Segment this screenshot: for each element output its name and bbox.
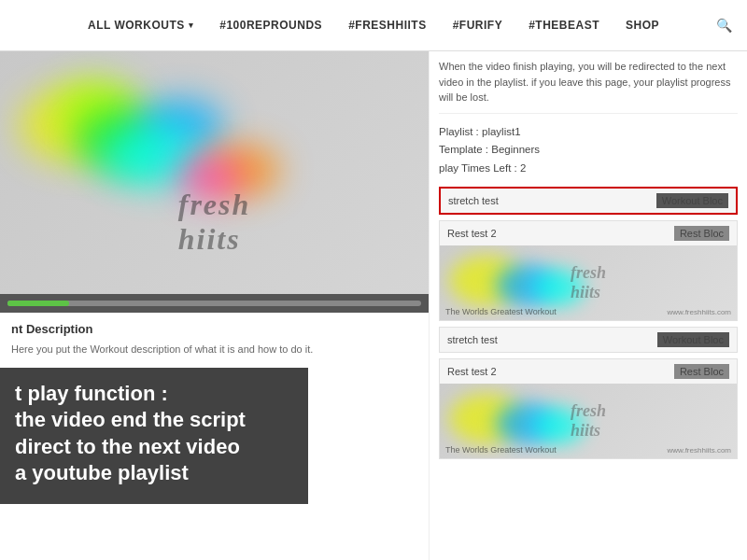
info-text: When the video finish playing, you will … [439,59,738,114]
playlist-item-title-2: Rest test 2 [447,228,497,239]
video-logo: freshhiits [178,188,251,257]
playlist-item-label-2: Rest test 2 Rest Bloc [440,221,737,245]
thumb-tagline-2: The Worlds Greatest Workout [445,307,557,316]
description-body: Here you put the Workout description of … [11,342,417,357]
playlist-item-2[interactable]: Rest test 2 Rest Bloc freshhiits The Wor… [439,220,738,321]
playlist-item-thumb-4: freshhiits The Worlds Greatest Workout w… [440,384,737,458]
nav-shop[interactable]: SHOP [626,19,659,32]
thumb-tagline-4: The Worlds Greatest Workout [445,445,557,455]
thumb-logo-4: freshhiits [571,401,606,441]
right-panel: When the video finish playing, you will … [430,51,747,560]
tooltip-overlay: t play function : the video end the scri… [0,368,308,504]
tooltip-main-text: t play function : the video end the scri… [15,381,293,487]
search-icon[interactable]: 🔍 [716,18,732,33]
playlist-item-3[interactable]: stretch test Workout Bloc [439,327,738,353]
playlist-template: Template : Beginners [439,141,738,160]
video-controls[interactable] [0,294,429,313]
progress-bar[interactable] [7,301,421,306]
playlist-times: play Times Left : 2 [439,160,738,178]
playlist-item-badge-1: Workout Bloc [656,193,728,208]
playlist-item-title-1: stretch test [448,195,499,206]
video-background: freshhiits [0,51,429,294]
thumb-site-2: www.freshhiits.com [668,308,731,316]
description-title: nt Description [11,322,417,336]
playlist-item-1[interactable]: stretch test Workout Bloc [439,187,738,215]
progress-bar-fill [7,301,69,306]
main-layout: freshhiits nt Description Here you put t… [0,51,747,560]
playlist-meta: Playlist : playlist1 Template : Beginner… [439,123,738,178]
playlist-item-4[interactable]: Rest test 2 Rest Bloc freshhiits The Wor… [439,358,738,459]
playlist-item-title-4: Rest test 2 [447,366,497,377]
playlist-item-label-4: Rest test 2 Rest Bloc [440,359,737,384]
nav-freshhiits[interactable]: #FRESHHIITS [348,19,427,32]
left-panel: freshhiits nt Description Here you put t… [0,51,430,560]
description-area: nt Description Here you put the Workout … [0,313,429,367]
playlist-item-thumb-2: freshhiits The Worlds Greatest Workout w… [440,245,737,320]
video-container[interactable]: freshhiits [0,51,429,313]
thumb-logo-2: freshhiits [571,263,606,302]
nav-100reprounds[interactable]: #100REPROUNDS [219,19,322,32]
playlist-item-badge-2: Rest Bloc [674,226,729,241]
playlist-item-badge-4: Rest Bloc [674,364,729,379]
chevron-down-icon: ▾ [189,21,194,30]
nav-thebeast[interactable]: #THEBEAST [529,19,599,32]
main-nav: ALL WORKOUTS ▾ #100REPROUNDS #FRESHHIITS… [0,0,747,51]
playlist-name: Playlist : playlist1 [439,123,738,142]
thumb-site-4: www.freshhiits.com [668,446,731,455]
playlist-item-label-3: stretch test Workout Bloc [440,328,737,352]
playlist-item-label-1: stretch test Workout Bloc [441,189,736,213]
playlist-item-badge-3: Workout Bloc [657,332,729,347]
playlist-item-title-3: stretch test [447,334,498,345]
nav-furify[interactable]: #FURIFY [453,19,503,32]
nav-all-workouts[interactable]: ALL WORKOUTS ▾ [88,19,193,32]
